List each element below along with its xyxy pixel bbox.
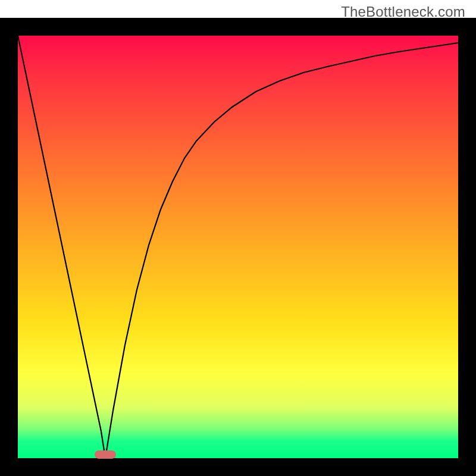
watermark-text: TheBottleneck.com <box>341 4 465 20</box>
optimal-point-marker <box>95 450 116 459</box>
bottleneck-curve <box>18 36 458 458</box>
plot-border <box>0 18 476 476</box>
chart-frame: TheBottleneck.com <box>0 0 476 476</box>
